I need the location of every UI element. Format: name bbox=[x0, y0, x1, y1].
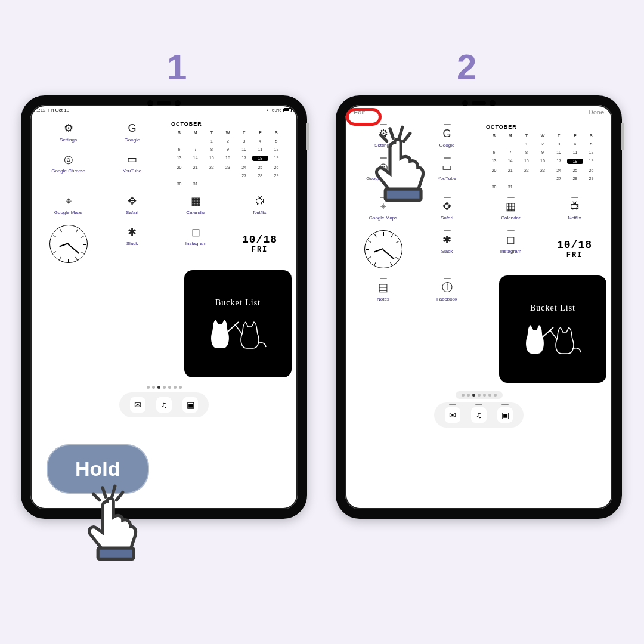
calendar-widget[interactable]: OCTOBER SMTWTFS1234567891011121314151617… bbox=[164, 119, 292, 186]
app-calendar[interactable]: ▦Calendar bbox=[164, 191, 228, 218]
chrome-icon: ◎ bbox=[61, 152, 76, 166]
google-g-icon: G bbox=[440, 126, 454, 141]
app-maps[interactable]: ⌖Google Maps bbox=[36, 191, 100, 218]
svg-rect-9 bbox=[385, 189, 421, 200]
calendar-widget[interactable]: OCTOBER SMTWTFS1234567891011121314151617… bbox=[479, 122, 606, 189]
app-slack[interactable]: ✱Slack bbox=[100, 222, 164, 265]
compass-icon: ✥ bbox=[125, 194, 140, 208]
date-widget-date: 10/18 bbox=[228, 234, 292, 246]
remove-handle-icon[interactable] bbox=[444, 157, 451, 159]
calendar-grid: SMTWTFS123456789101112131415161718192021… bbox=[486, 134, 599, 189]
dock-app-mail[interactable]: ✉︎ bbox=[130, 397, 145, 413]
cats-illustration bbox=[205, 314, 271, 349]
slack-icon: ✱ bbox=[125, 225, 140, 239]
calendar-grid: SMTWTFS123456789101112131415161718192021… bbox=[171, 131, 284, 186]
app-youtube[interactable]: ▭YouTube bbox=[100, 150, 164, 176]
remove-handle-icon[interactable] bbox=[507, 230, 515, 231]
edit-highlight-ring bbox=[346, 108, 382, 126]
clock-widget[interactable] bbox=[36, 222, 100, 265]
svg-line-7 bbox=[380, 135, 386, 141]
status-time: 1:12 bbox=[36, 107, 46, 113]
calendar-month: OCTOBER bbox=[486, 124, 599, 130]
app-facebook[interactable]: ⓕFacebook bbox=[415, 275, 479, 307]
app-chrome[interactable]: ◎Google Chrome bbox=[36, 150, 100, 176]
remove-handle-icon[interactable] bbox=[475, 404, 482, 405]
bucket-list-title: Bucket List bbox=[530, 304, 575, 313]
dock: ✉︎ ♫ ▣ bbox=[119, 392, 209, 417]
status-bar: 1:12 Fri Oct 18 ᯤ 69% bbox=[30, 105, 298, 113]
dock-app-photos[interactable]: ▣ bbox=[497, 407, 513, 423]
status-date: Fri Oct 18 bbox=[48, 107, 69, 113]
app-row-4: ✱Slack ◻︎Instagram 10/18 FRI bbox=[345, 228, 612, 271]
date-widget-dow: FRI bbox=[543, 251, 606, 259]
instagram-icon: ◻︎ bbox=[189, 225, 203, 239]
app-notes[interactable]: ▤Notes bbox=[351, 275, 415, 307]
instagram-icon: ◻︎ bbox=[504, 233, 518, 247]
app-row-3: ⌖Google Maps ✥Safari ▦Calendar 📺︎Netflix bbox=[30, 191, 298, 218]
compass-icon: ✥ bbox=[440, 199, 454, 213]
svg-line-6 bbox=[400, 127, 402, 138]
app-row-5: Bucket List bbox=[30, 270, 298, 383]
app-settings[interactable]: ⚙︎Settings bbox=[36, 119, 100, 145]
remove-handle-icon[interactable] bbox=[444, 197, 451, 198]
step-number-2: 2 bbox=[457, 47, 476, 88]
app-calendar[interactable]: ▦Calendar bbox=[479, 194, 543, 223]
tap-hand-icon bbox=[359, 124, 436, 204]
app-google[interactable]: GGoogle bbox=[100, 119, 164, 145]
remove-handle-icon[interactable] bbox=[571, 197, 578, 198]
youtube-icon: ▭ bbox=[125, 152, 140, 166]
pin-icon: ⌖ bbox=[61, 194, 76, 208]
app-slack[interactable]: ✱Slack bbox=[415, 228, 479, 271]
page-indicator[interactable] bbox=[30, 386, 298, 389]
done-button[interactable]: Done bbox=[589, 109, 604, 116]
battery-percent: 69% bbox=[272, 107, 281, 113]
app-row-5: ▤Notes ⓕFacebook Bucket List bbox=[345, 275, 612, 389]
analog-clock-icon bbox=[49, 225, 88, 263]
remove-handle-icon[interactable] bbox=[380, 278, 387, 279]
device-side-button bbox=[621, 123, 624, 150]
svg-line-3 bbox=[116, 493, 122, 500]
remove-handle-icon[interactable] bbox=[449, 404, 456, 405]
bucket-list-widget[interactable]: Bucket List bbox=[184, 270, 292, 377]
remove-handle-icon[interactable] bbox=[444, 230, 451, 231]
tv-icon: 📺︎ bbox=[568, 199, 582, 213]
app-netflix[interactable]: 📺︎Netflix bbox=[543, 194, 606, 223]
dock-app-music[interactable]: ♫ bbox=[471, 407, 487, 423]
svg-line-5 bbox=[390, 129, 393, 138]
remove-handle-icon[interactable] bbox=[444, 124, 451, 125]
cats-illustration bbox=[520, 319, 586, 355]
app-netflix[interactable]: 📺︎Netflix bbox=[228, 191, 292, 218]
date-widget[interactable]: 10/18 FRI bbox=[228, 234, 292, 254]
remove-handle-icon[interactable] bbox=[507, 197, 515, 198]
page-indicator[interactable] bbox=[456, 391, 503, 399]
remove-handle-icon[interactable] bbox=[444, 278, 451, 279]
calendar-icon: ▦ bbox=[504, 199, 518, 213]
remove-handle-icon[interactable] bbox=[501, 404, 509, 405]
date-widget-date: 10/18 bbox=[543, 239, 606, 251]
battery-icon bbox=[283, 108, 292, 112]
svg-line-1 bbox=[112, 486, 115, 497]
gear-icon: ⚙︎ bbox=[61, 121, 76, 135]
device-side-button bbox=[306, 123, 309, 150]
svg-line-8 bbox=[404, 134, 410, 141]
app-row-4: ✱Slack ◻︎Instagram 10/18 FRI bbox=[30, 222, 298, 265]
app-instagram[interactable]: ◻︎Instagram bbox=[164, 222, 228, 265]
dock: ✉︎ ♫ ▣ bbox=[434, 402, 524, 428]
date-widget[interactable]: 10/18 FRI bbox=[543, 239, 606, 259]
analog-clock-icon bbox=[364, 230, 402, 268]
app-instagram[interactable]: ◻︎Instagram bbox=[479, 228, 543, 271]
date-widget-dow: FRI bbox=[228, 246, 292, 254]
dock-app-mail[interactable]: ✉︎ bbox=[445, 407, 460, 423]
clock-widget[interactable] bbox=[351, 228, 415, 271]
bucket-list-title: Bucket List bbox=[215, 298, 261, 308]
svg-line-2 bbox=[93, 494, 99, 500]
calendar-icon: ▦ bbox=[189, 194, 203, 208]
dock-app-music[interactable]: ♫ bbox=[156, 397, 172, 413]
facebook-icon: ⓕ bbox=[440, 280, 454, 295]
app-safari[interactable]: ✥Safari bbox=[100, 191, 164, 218]
notes-icon: ▤ bbox=[376, 280, 391, 295]
dock-app-photos[interactable]: ▣ bbox=[182, 397, 198, 413]
svg-rect-4 bbox=[98, 548, 134, 559]
step-number-1: 1 bbox=[167, 47, 187, 88]
bucket-list-widget[interactable]: Bucket List bbox=[499, 275, 606, 383]
